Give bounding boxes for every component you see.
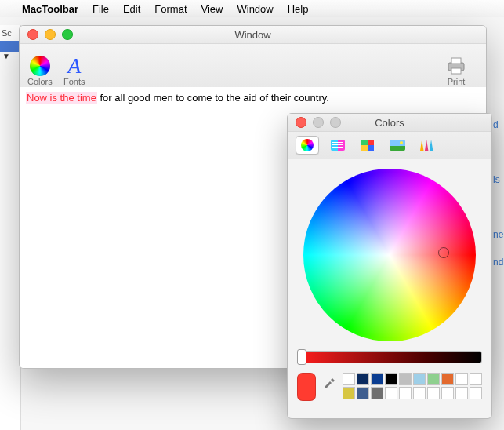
disclosure-triangle-icon: ▼ [0, 52, 20, 60]
color-swatch[interactable] [455, 387, 468, 399]
color-mode-image[interactable] [386, 137, 408, 154]
background-sidebar-selection [0, 41, 20, 52]
document-selected-text: Now is the time [26, 92, 97, 104]
window-close-button[interactable] [27, 29, 38, 40]
color-swatch[interactable] [343, 387, 355, 399]
brightness-slider[interactable] [297, 351, 482, 363]
window-titlebar[interactable]: Window [20, 26, 486, 44]
color-picker-mode-tabs [288, 132, 491, 159]
color-swatch[interactable] [427, 387, 440, 399]
color-wheel[interactable] [303, 169, 476, 341]
menu-view[interactable]: View [201, 3, 223, 15]
brightness-slider-knob[interactable] [297, 349, 306, 365]
colors-panel-zoom-button[interactable] [330, 117, 341, 128]
toolbar-colors-label: Colors [27, 77, 53, 86]
toolbar-fonts-label: Fonts [63, 77, 85, 86]
color-swatch[interactable] [357, 387, 369, 399]
color-swatch[interactable] [413, 387, 426, 399]
document-body-text: for all good men to come to the aid of t… [97, 92, 329, 104]
image-icon [390, 140, 405, 151]
color-swatch[interactable] [385, 387, 397, 399]
background-sidebar: Sc ▼ [0, 25, 21, 430]
color-wheel-icon [30, 56, 50, 76]
menu-edit[interactable]: Edit [123, 3, 140, 15]
color-swatch[interactable] [455, 373, 468, 385]
background-sidebar-label: Sc [0, 25, 20, 41]
color-swatch[interactable] [357, 373, 369, 385]
color-swatch[interactable] [385, 373, 397, 385]
color-mode-sliders[interactable] [327, 137, 349, 154]
menu-file[interactable]: File [92, 3, 109, 15]
svg-rect-1 [451, 58, 461, 64]
color-mode-wheel[interactable] [296, 136, 319, 155]
color-swatch[interactable] [441, 387, 454, 399]
background-text-fragments: disnend [493, 111, 504, 347]
color-swatch[interactable] [427, 373, 440, 385]
palette-icon [361, 140, 374, 151]
colors-panel-minimize-button[interactable] [313, 117, 324, 128]
menu-help[interactable]: Help [288, 3, 309, 15]
colors-panel-close-button[interactable] [296, 117, 306, 128]
current-color-well[interactable] [297, 373, 316, 401]
app-menu[interactable]: MacToolbar [22, 3, 78, 15]
window-zoom-button[interactable] [62, 29, 73, 40]
color-swatch[interactable] [371, 373, 383, 385]
window-toolbar: Colors A Fonts Print [20, 44, 486, 90]
menu-bar: MacToolbar File Edit Format View Window … [0, 0, 504, 18]
color-swatch[interactable] [470, 387, 482, 399]
crayons-icon [420, 140, 434, 151]
color-swatch[interactable] [413, 373, 426, 385]
color-swatch[interactable] [399, 373, 412, 385]
color-wheel-marker[interactable] [438, 247, 449, 258]
color-swatch[interactable] [441, 373, 454, 385]
toolbar-colors-button[interactable]: Colors [27, 55, 53, 86]
printer-icon [445, 55, 467, 77]
fonts-icon: A [67, 55, 81, 77]
eyedropper-icon [322, 377, 336, 391]
toolbar-print-label: Print [448, 77, 466, 86]
menu-window[interactable]: Window [237, 3, 273, 15]
menu-format[interactable]: Format [154, 3, 187, 15]
toolbar-fonts-button[interactable]: A Fonts [63, 55, 85, 86]
color-swatches [343, 373, 482, 399]
eyedropper-button[interactable] [322, 373, 336, 395]
window-title: Window [20, 29, 486, 41]
color-wheel-icon [301, 139, 314, 151]
colors-panel-titlebar[interactable]: Colors [288, 114, 491, 132]
color-swatch[interactable] [399, 387, 412, 399]
svg-rect-2 [451, 68, 461, 74]
toolbar-print-button[interactable]: Print [445, 55, 467, 86]
color-mode-crayons[interactable] [416, 137, 438, 154]
color-swatch[interactable] [470, 373, 482, 385]
colors-panel: Colors [287, 113, 492, 419]
color-swatch[interactable] [371, 387, 383, 399]
color-swatch[interactable] [343, 373, 355, 385]
window-minimize-button[interactable] [45, 29, 56, 40]
color-mode-palettes[interactable] [357, 137, 379, 154]
sliders-icon [331, 140, 345, 151]
